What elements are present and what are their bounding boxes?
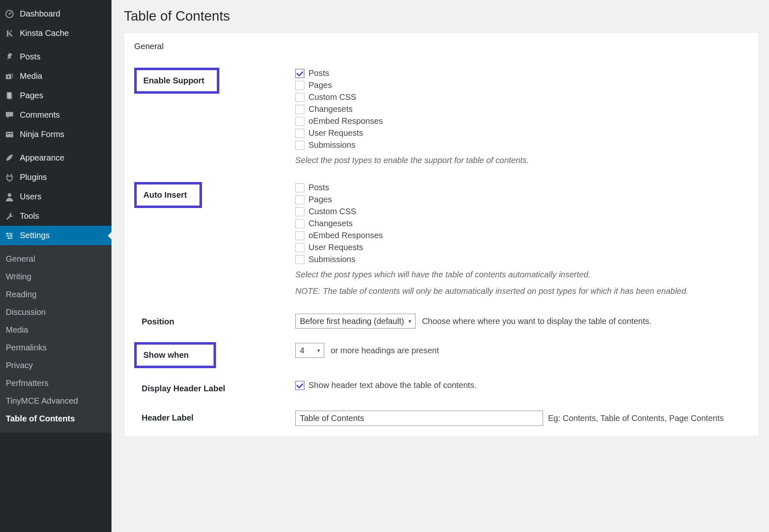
checkbox-label: User Requests xyxy=(309,128,363,138)
settings-submenu: GeneralWritingReadingDiscussionMediaPerm… xyxy=(0,245,112,433)
svg-rect-13 xyxy=(6,235,10,236)
submenu-item-perfmatters[interactable]: Perfmatters xyxy=(0,374,112,392)
sidebar-item-plugins[interactable]: Plugins xyxy=(0,168,112,187)
checkbox-label: Pages xyxy=(309,195,332,204)
sidebar-item-pages[interactable]: Pages xyxy=(0,86,112,105)
checkbox-label: Custom CSS xyxy=(309,207,356,216)
sidebar-item-label: Dashboard xyxy=(20,9,60,19)
checkbox-posts[interactable] xyxy=(295,183,304,192)
svg-rect-8 xyxy=(10,133,12,134)
svg-point-3 xyxy=(8,76,9,77)
svg-rect-6 xyxy=(6,132,13,137)
settings-panel: General Enable Support PostsPagesCustom … xyxy=(124,32,759,436)
svg-rect-11 xyxy=(9,233,13,234)
submenu-item-media[interactable]: Media xyxy=(0,321,112,339)
sidebar-item-settings[interactable]: Settings xyxy=(0,226,112,245)
main-content: Table of Contents General Enable Support… xyxy=(112,0,769,532)
sidebar-item-comments[interactable]: Comments xyxy=(0,105,112,125)
dashboard-icon xyxy=(5,9,14,19)
submenu-item-general[interactable]: General xyxy=(0,250,112,268)
field-description: Select the post types to enable the supp… xyxy=(295,154,749,166)
sidebar-item-label: Ninja Forms xyxy=(20,130,64,139)
svg-rect-10 xyxy=(6,233,8,234)
page-title: Table of Contents xyxy=(124,8,759,24)
display-header-label-label: Display Header Label xyxy=(134,380,233,397)
checkbox-custom-css[interactable] xyxy=(295,93,304,102)
field-description: NOTE: The table of contents will only be… xyxy=(295,285,749,297)
media-icon xyxy=(5,72,14,81)
submenu-item-discussion[interactable]: Discussion xyxy=(0,303,112,321)
submenu-item-reading[interactable]: Reading xyxy=(0,286,112,303)
checkbox-label: User Requests xyxy=(309,243,363,252)
checkbox-changesets[interactable] xyxy=(295,219,304,228)
checkbox-pages[interactable] xyxy=(295,195,304,204)
header-label-input[interactable] xyxy=(295,411,543,426)
sidebar-item-media[interactable]: Media xyxy=(0,66,112,86)
position-label: Position xyxy=(134,313,182,331)
sidebar-item-label: Kinsta Cache xyxy=(20,28,69,38)
svg-point-9 xyxy=(8,193,12,197)
svg-point-1 xyxy=(9,13,10,14)
svg-rect-7 xyxy=(7,133,9,134)
sidebar-item-label: Users xyxy=(20,192,41,201)
submenu-item-permalinks[interactable]: Permalinks xyxy=(0,339,112,357)
pages-icon xyxy=(5,91,14,100)
enable-support-field: PostsPagesCustom CSSChangesetsoEmbed Res… xyxy=(295,68,749,166)
svg-rect-5 xyxy=(8,93,12,99)
sidebar-item-label: Pages xyxy=(20,91,43,100)
submenu-item-table-of-contents[interactable]: Table of Contents xyxy=(0,410,112,428)
svg-rect-12 xyxy=(10,235,12,236)
sidebar-item-label: Plugins xyxy=(20,173,47,182)
checkbox-label: Changesets xyxy=(309,104,353,114)
sidebar-item-label: Comments xyxy=(20,110,60,120)
checkbox-submissions[interactable] xyxy=(295,141,304,150)
sidebar-item-users[interactable]: Users xyxy=(0,187,112,206)
sidebar-item-label: Posts xyxy=(20,52,40,61)
sidebar-item-posts[interactable]: Posts xyxy=(0,47,112,66)
submenu-item-writing[interactable]: Writing xyxy=(0,268,112,286)
sidebar-item-appearance[interactable]: Appearance xyxy=(0,148,112,168)
sidebar-item-label: Media xyxy=(20,71,42,81)
submenu-item-privacy[interactable]: Privacy xyxy=(0,357,112,374)
checkbox-label: oEmbed Responses xyxy=(309,231,383,240)
checkbox-oembed-responses[interactable] xyxy=(295,231,304,240)
sidebar-item-dashboard[interactable]: Dashboard xyxy=(0,4,112,24)
kinsta-icon: K xyxy=(5,29,14,38)
sidebar-item-label: Appearance xyxy=(20,153,64,163)
sidebar-item-tools[interactable]: Tools xyxy=(0,206,112,226)
show-when-label: Show when xyxy=(134,342,216,368)
display-header-label-checkbox[interactable] xyxy=(295,381,304,390)
checkbox-custom-css[interactable] xyxy=(295,207,304,216)
checkbox-changesets[interactable] xyxy=(295,105,304,114)
checkbox-user-requests[interactable] xyxy=(295,243,304,252)
checkbox-label: Posts xyxy=(309,183,329,192)
svg-rect-14 xyxy=(8,237,9,239)
checkbox-label: Changesets xyxy=(309,219,353,228)
settings-icon xyxy=(5,231,14,240)
tab-general[interactable]: General xyxy=(134,42,749,51)
auto-insert-field: PostsPagesCustom CSSChangesetsoEmbed Res… xyxy=(295,182,749,297)
plug-icon xyxy=(5,173,14,182)
checkbox-submissions[interactable] xyxy=(295,255,304,264)
checkbox-label: Submissions xyxy=(309,255,355,264)
field-description: Select the post types which will have th… xyxy=(295,268,749,281)
sidebar-item-kinsta-cache[interactable]: KKinsta Cache xyxy=(0,24,112,43)
checkbox-label: Submissions xyxy=(309,140,355,150)
checkbox-posts[interactable] xyxy=(295,69,304,78)
position-select[interactable]: Before first heading (default) xyxy=(295,314,415,329)
checkbox-pages[interactable] xyxy=(295,81,304,90)
enable-support-label: Enable Support xyxy=(134,68,219,94)
sidebar-item-label: Settings xyxy=(20,231,50,240)
pin-icon xyxy=(5,52,14,61)
header-label-eg: Eg: Contents, Table of Contents, Page Co… xyxy=(548,414,724,423)
brush-icon xyxy=(5,154,14,163)
checkbox-oembed-responses[interactable] xyxy=(295,117,304,126)
ninja-icon xyxy=(5,130,14,139)
checkbox-label: oEmbed Responses xyxy=(309,116,383,126)
header-label-label: Header Label xyxy=(134,409,201,427)
submenu-item-tinymce-advanced[interactable]: TinyMCE Advanced xyxy=(0,392,112,410)
show-when-text: or more headings are present xyxy=(331,346,439,355)
checkbox-user-requests[interactable] xyxy=(295,129,304,138)
sidebar-item-ninja-forms[interactable]: Ninja Forms xyxy=(0,125,112,144)
show-when-select[interactable]: 4 xyxy=(295,343,324,358)
